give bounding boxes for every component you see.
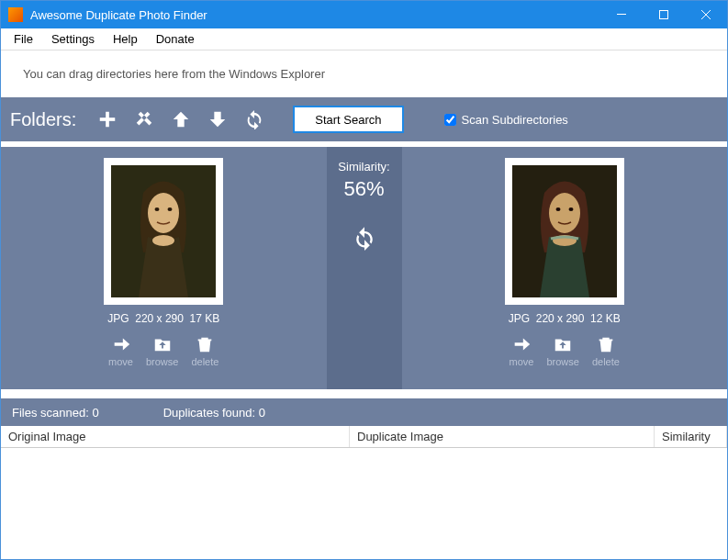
right-delete-label: delete [592,356,620,367]
menu-donate[interactable]: Donate [147,29,204,49]
right-browse-label: browse [546,356,578,367]
close-button[interactable] [685,1,727,28]
right-size: 12 KB [590,312,621,325]
menu-help[interactable]: Help [104,29,147,49]
drop-zone-hint: You can drag directories here from the W… [23,67,325,81]
window-title: Awesome Duplicate Photo Finder [30,8,600,22]
scan-subdirectories-input[interactable] [444,114,456,126]
svg-point-9 [155,207,160,211]
start-search-button[interactable]: Start Search [293,106,403,133]
svg-point-14 [549,193,580,233]
right-move-label: move [510,356,534,367]
left-image-frame[interactable] [104,158,223,305]
menu-file[interactable]: File [5,29,42,49]
arrow-right-icon [111,334,131,354]
svg-rect-1 [660,11,668,19]
svg-rect-0 [617,14,626,15]
duplicates-found-label: Duplicates found: [163,406,255,420]
col-similarity[interactable]: Similarity [655,426,727,447]
move-down-button[interactable] [203,105,232,134]
left-move-button[interactable]: move [108,334,133,367]
menu-settings[interactable]: Settings [42,29,104,49]
window-controls [600,1,727,28]
left-dimensions: 220 x 290 [135,312,184,325]
trash-icon [195,334,215,354]
right-format: JPG [509,312,530,325]
swap-icon[interactable] [352,225,377,251]
similarity-label: Similarity: [338,160,389,174]
left-size: 17 KB [190,312,220,325]
duplicates-found: Duplicates found: 0 [163,406,265,420]
scan-subdirectories-checkbox[interactable]: Scan Subdirectories [444,113,568,127]
similarity-panel: Similarity: 56% [327,147,402,389]
left-delete-button[interactable]: delete [191,334,218,367]
right-browse-button[interactable]: browse [546,334,578,367]
titlebar: Awesome Duplicate Photo Finder [1,1,727,28]
left-file-actions: move browse delete [108,334,218,367]
col-original-image[interactable]: Original Image [1,426,350,447]
similarity-value: 56% [343,177,384,201]
comparison-area: JPG 220 x 290 17 KB move browse delete S… [1,141,727,389]
files-scanned-label: Files scanned: [12,406,89,420]
folder-drop-zone[interactable]: You can drag directories here from the W… [1,50,727,97]
right-image-placeholder [512,165,617,297]
left-move-label: move [108,356,133,367]
left-format: JPG [107,312,129,325]
results-body[interactable] [1,448,727,540]
svg-point-8 [148,193,179,233]
svg-point-15 [555,207,560,211]
duplicates-found-value: 0 [259,406,265,420]
folders-toolbar: Folders: Start Search Scan Subdirectorie… [1,97,727,141]
minimize-button[interactable] [600,1,643,28]
remove-folder-button[interactable] [129,105,159,134]
folders-label: Folders: [10,109,76,130]
add-folder-button[interactable] [93,105,122,134]
svg-point-10 [168,207,173,211]
trash-icon [596,334,616,354]
svg-point-16 [568,207,573,211]
files-scanned: Files scanned: 0 [12,406,99,420]
left-image-panel: JPG 220 x 290 17 KB move browse delete [1,147,327,389]
files-scanned-value: 0 [92,406,98,420]
right-file-actions: move browse delete [510,334,620,367]
right-move-button[interactable]: move [510,334,534,367]
col-duplicate-image[interactable]: Duplicate Image [350,426,655,447]
move-up-button[interactable] [166,105,196,134]
folder-up-icon [152,334,173,354]
status-bar: Files scanned: 0 Duplicates found: 0 [1,389,727,426]
right-image-frame[interactable] [505,158,624,305]
svg-rect-5 [100,118,116,121]
right-image-panel: JPG 220 x 290 12 KB move browse delete [402,147,728,389]
app-icon [8,7,23,22]
right-dimensions: 220 x 290 [536,312,585,325]
scan-subdirectories-label: Scan Subdirectories [462,113,568,127]
menubar: File Settings Help Donate [1,28,727,50]
right-image-meta: JPG 220 x 290 12 KB [509,312,621,325]
left-delete-label: delete [191,356,218,367]
maximize-button[interactable] [643,1,685,28]
left-browse-button[interactable]: browse [146,334,178,367]
folder-up-icon [553,334,573,354]
left-image-meta: JPG 220 x 290 17 KB [107,312,219,325]
svg-point-11 [152,235,174,246]
left-image-placeholder [111,165,216,297]
left-browse-label: browse [146,356,178,367]
arrow-right-icon [511,334,532,354]
results-header: Original Image Duplicate Image Similarit… [1,426,727,448]
refresh-button[interactable] [240,105,269,134]
right-delete-button[interactable]: delete [592,334,620,367]
